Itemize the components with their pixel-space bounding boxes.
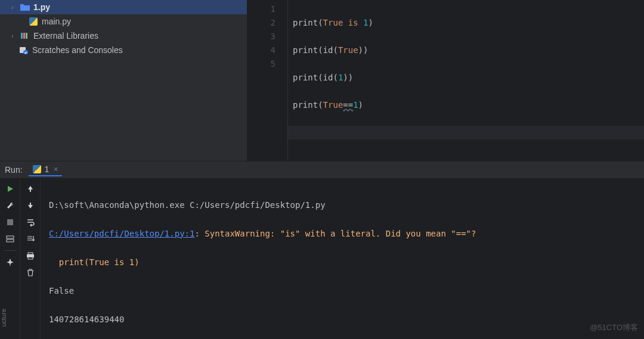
tree-label: main.py: [42, 17, 71, 26]
divider: [4, 250, 17, 251]
line-number: 3: [247, 30, 275, 43]
line-gutter: 1 2 3 4 5: [247, 0, 288, 161]
run-toolbar-right: [20, 179, 41, 340]
code-area[interactable]: print(True is 1) print(id(True)) print(i…: [288, 0, 644, 161]
output-line: D:\soft\Anaconda\python.exe C:/Users/pdc…: [49, 198, 636, 212]
code-line: print(True==1): [293, 98, 644, 112]
project-tree: › 1.py main.py › External Libraries: [0, 0, 247, 161]
svg-rect-5: [7, 219, 13, 225]
console-output[interactable]: D:\soft\Anaconda\python.exe C:/Users/pdc…: [41, 179, 644, 340]
tree-item-external-libraries[interactable]: › External Libraries: [0, 29, 247, 43]
python-file-icon: [20, 2, 30, 12]
svg-rect-0: [21, 33, 23, 39]
output-line: print(True is 1): [49, 255, 636, 269]
line-number: 5: [247, 57, 275, 71]
svg-rect-1: [23, 33, 25, 39]
chevron-right-icon: ›: [8, 33, 17, 39]
print-icon[interactable]: [24, 249, 37, 262]
python-file-icon: [29, 17, 38, 26]
tree-label: Scratches and Consoles: [32, 45, 123, 55]
down-arrow-icon[interactable]: [24, 199, 37, 212]
run-label: Run:: [5, 165, 23, 175]
tree-item-mainpy[interactable]: main.py: [0, 14, 247, 29]
tree-label: 1.py: [33, 2, 50, 12]
run-tab-label: 1: [45, 164, 49, 174]
python-file-icon: [32, 164, 42, 174]
tree-item-scratches[interactable]: Scratches and Consoles: [0, 43, 247, 57]
layout-icon[interactable]: [4, 232, 17, 245]
line-number: 4: [247, 43, 275, 57]
chevron-right-icon: ›: [8, 4, 17, 11]
output-line: C:/Users/pdcfi/Desktop/1.py:1: SyntaxWar…: [49, 226, 636, 241]
svg-rect-8: [28, 253, 33, 254]
pin-icon[interactable]: [4, 256, 17, 269]
scroll-to-end-icon[interactable]: [24, 232, 37, 245]
trash-icon[interactable]: [24, 266, 37, 279]
file-link[interactable]: C:/Users/pdcfi/Desktop/1.py:1: [49, 229, 194, 238]
up-arrow-icon[interactable]: [24, 182, 37, 195]
output-line: False: [49, 284, 636, 298]
tree-item-1py[interactable]: › 1.py: [0, 0, 247, 14]
scratches-icon: [19, 45, 29, 55]
code-line: print(id(True)): [293, 43, 644, 57]
code-line: print(True is 1): [293, 16, 644, 30]
code-line: print(id(1)): [293, 71, 644, 85]
line-number: 2: [247, 16, 275, 30]
library-icon: [20, 31, 30, 41]
run-panel-header: Run: 1 ×: [0, 161, 644, 179]
close-icon[interactable]: ×: [53, 164, 58, 174]
watermark: @51CTO博客: [590, 322, 638, 333]
svg-rect-7: [7, 240, 14, 242]
stop-button[interactable]: [4, 216, 17, 229]
wrench-icon[interactable]: [4, 199, 17, 212]
soft-wrap-icon[interactable]: [24, 216, 37, 229]
line-number: 1: [247, 2, 275, 16]
svg-rect-6: [7, 236, 14, 238]
tree-label: External Libraries: [33, 31, 98, 41]
run-button[interactable]: [4, 182, 17, 195]
output-line: 140728614639440: [49, 312, 636, 326]
svg-rect-2: [26, 33, 27, 39]
run-tab[interactable]: 1 ×: [29, 163, 62, 176]
structure-tab[interactable]: ucture: [0, 309, 7, 327]
code-line: [288, 126, 644, 139]
code-editor[interactable]: 1 2 3 4 5 print(True is 1) print(id(True…: [247, 0, 644, 161]
